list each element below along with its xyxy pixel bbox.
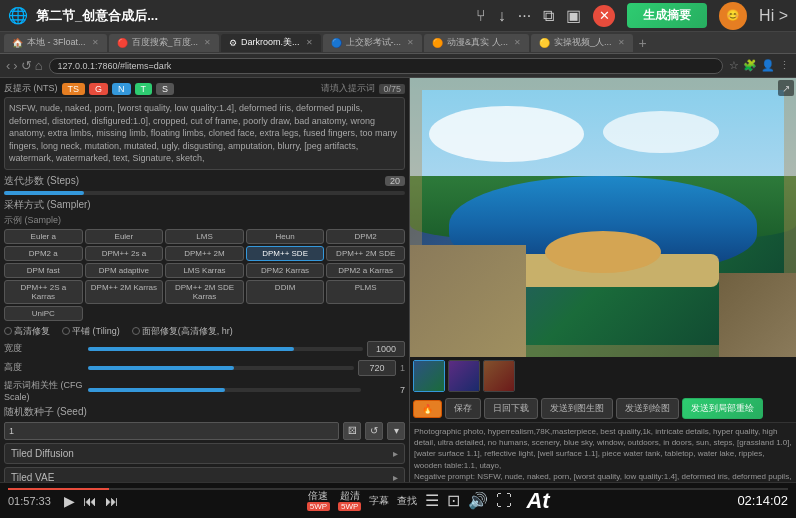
badge-t[interactable]: T [135, 83, 153, 95]
sampler-dpmadaptive[interactable]: DPM adaptive [85, 263, 164, 278]
generate-button[interactable]: 生成摘要 [627, 3, 707, 28]
sampler-dpm2a[interactable]: DPM2 a [4, 246, 83, 261]
badge-ts[interactable]: TS [62, 83, 86, 95]
account-icon[interactable]: 👤 [761, 59, 775, 72]
sampler-dpmpp2mkarras[interactable]: DPM++ 2M Karras [85, 280, 164, 304]
face-fix-dot[interactable] [132, 327, 140, 335]
neg-prompt-area[interactable]: NSFW, nude, naked, porn, [worst quality,… [4, 97, 405, 170]
sampler-unipc[interactable]: UniPC [4, 306, 83, 321]
badge-s[interactable]: S [156, 83, 174, 95]
seed-random-btn[interactable]: ⚄ [343, 422, 361, 440]
forward-btn[interactable]: › [13, 58, 17, 73]
send-img2img-btn[interactable]: 发送到图生图 [541, 398, 613, 419]
sampler-dpmpp2sa[interactable]: DPM++ 2s a [85, 246, 164, 261]
thumbnail-strip [410, 357, 796, 395]
tab-close-3[interactable]: ✕ [306, 38, 313, 47]
download-btn[interactable]: 日回下载 [484, 398, 538, 419]
sampler-dpmfast[interactable]: DPM fast [4, 263, 83, 278]
browser-tab-6[interactable]: 🟡 实操视频_人... ✕ [531, 34, 633, 52]
sampler-plms[interactable]: PLMS [326, 280, 405, 304]
settings-icon[interactable]: ⋮ [779, 59, 790, 72]
tiled-vae-header[interactable]: Tiled VAE ▸ [5, 468, 404, 482]
cfg-slider[interactable] [88, 388, 361, 392]
send-inpaint-btn[interactable]: 发送到绘图 [616, 398, 679, 419]
sampler-euler-a[interactable]: Euler a [4, 229, 83, 244]
skip-fwd-btn[interactable]: ⏭ [105, 493, 119, 509]
sampler-lms[interactable]: LMS [165, 229, 244, 244]
sampler-ddim[interactable]: DDIM [246, 280, 325, 304]
width-input[interactable] [367, 341, 405, 357]
seed-input[interactable] [4, 422, 339, 440]
list-icon[interactable]: ☰ [425, 491, 439, 510]
tiling-dot[interactable] [62, 327, 70, 335]
width-slider[interactable] [88, 347, 363, 351]
thumb-1[interactable] [413, 360, 445, 392]
share-icon[interactable]: ⑂ [476, 7, 486, 25]
hires-fix-label[interactable]: 高清修复 [4, 325, 50, 338]
sampler-dpmpp2msde[interactable]: DPM++ 2M SDE [326, 246, 405, 261]
sampler-dpm2karras[interactable]: DPM2 Karras [246, 263, 325, 278]
pip-icon[interactable]: ⧉ [543, 7, 554, 25]
sampler-dpm2akarras[interactable]: DPM2 a Karras [326, 263, 405, 278]
thumb-2[interactable] [448, 360, 480, 392]
thumb-3[interactable] [483, 360, 515, 392]
steps-slider[interactable] [4, 191, 405, 195]
browser-tab-2[interactable]: 🔴 百度搜索_百度... ✕ [109, 34, 220, 52]
hi-text[interactable]: Hi > [759, 7, 788, 25]
thumb-3-img [484, 361, 514, 391]
sampler-dpmpp2m[interactable]: DPM++ 2M [165, 246, 244, 261]
tab-close-5[interactable]: ✕ [514, 38, 521, 47]
find-option[interactable]: 查找 [397, 495, 417, 507]
browser-tab-1[interactable]: 🏠 本地 - 3Float... ✕ [4, 34, 107, 52]
height-input[interactable] [358, 360, 396, 376]
browser-tab-4[interactable]: 🔵 上交影考试-... ✕ [323, 34, 423, 52]
subtitle-option[interactable]: 字幕 [369, 495, 389, 507]
height-slider[interactable] [88, 366, 354, 370]
fullscreen-icon[interactable]: ⛶ [496, 492, 512, 510]
sidebar-icon[interactable]: ▣ [566, 6, 581, 25]
send-regional-btn[interactable]: 发送到局部重绘 [682, 398, 763, 419]
sampler-euler[interactable]: Euler [85, 229, 164, 244]
sampler-heun[interactable]: Heun [246, 229, 325, 244]
progress-bar [8, 488, 788, 490]
sampler-dpmppsde[interactable]: DPM++ SDE [246, 246, 325, 261]
back-btn[interactable]: ‹ [6, 58, 10, 73]
width-row: 宽度 [4, 341, 405, 357]
seed-extra-btn[interactable]: ▾ [387, 422, 405, 440]
sampler-dpm2[interactable]: DPM2 [326, 229, 405, 244]
browser-tab-3[interactable]: ⚙ Darkroom.美... ✕ [221, 34, 321, 52]
new-tab-btn[interactable]: + [639, 35, 647, 51]
tab-close-2[interactable]: ✕ [204, 38, 211, 47]
volume-icon[interactable]: 🔊 [468, 491, 488, 510]
fire-btn[interactable]: 🔥 [413, 400, 442, 418]
sampler-dpmpp2sakarras[interactable]: DPM++ 2S a Karras [4, 280, 83, 304]
close-button[interactable]: ✕ [593, 5, 615, 27]
home-btn[interactable]: ⌂ [35, 58, 43, 73]
badge-g[interactable]: G [89, 83, 108, 95]
sampler-lmskarras[interactable]: LMS Karras [165, 263, 244, 278]
extensions-icon[interactable]: 🧩 [743, 59, 757, 72]
expand-btn[interactable]: ↗ [778, 80, 794, 96]
play-btn[interactable]: ▶ [64, 493, 75, 509]
download-icon[interactable]: ↓ [498, 7, 506, 25]
tiling-label[interactable]: 平铺 (Tiling) [62, 325, 120, 338]
face-fix-label[interactable]: 面部修复(高清修复, hr) [132, 325, 233, 338]
badge-n[interactable]: N [112, 83, 131, 95]
bookmark-icon[interactable]: ☆ [729, 59, 739, 72]
save-btn[interactable]: 保存 [445, 398, 481, 419]
tab-close-1[interactable]: ✕ [92, 38, 99, 47]
more-icon[interactable]: ··· [518, 7, 531, 25]
seed-reuse-btn[interactable]: ↺ [365, 422, 383, 440]
reload-btn[interactable]: ↺ [21, 58, 32, 73]
url-box[interactable]: 127.0.0.1:7860/#litems=dark [49, 58, 723, 74]
tab-close-6[interactable]: ✕ [618, 38, 625, 47]
speed-option[interactable]: 倍速 5WP [307, 490, 330, 512]
clarity-option[interactable]: 超清 5WP [338, 490, 361, 512]
sampler-dpmpp2msdekarras[interactable]: DPM++ 2M SDE Karras [165, 280, 244, 304]
pip-video-icon[interactable]: ⊡ [447, 491, 460, 510]
skip-back-btn[interactable]: ⏮ [83, 493, 97, 509]
tab-close-4[interactable]: ✕ [407, 38, 414, 47]
browser-tab-5[interactable]: 🟠 动漫&真实 人... ✕ [424, 34, 529, 52]
hires-dot[interactable] [4, 327, 12, 335]
tiled-diffusion-header[interactable]: Tiled Diffusion ▸ [5, 444, 404, 463]
